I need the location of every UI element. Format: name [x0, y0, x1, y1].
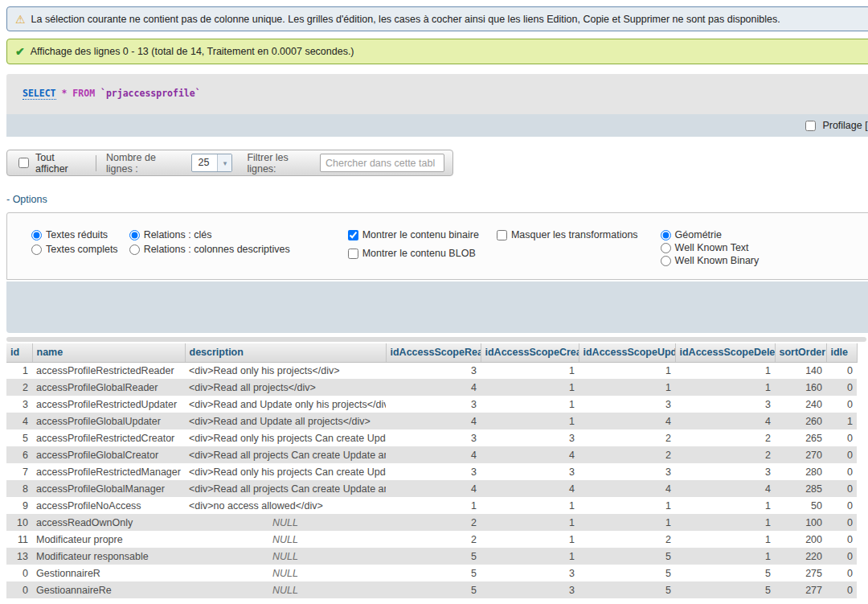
- cell-id: 7: [6, 463, 32, 480]
- show-all-label[interactable]: Tout afficher: [35, 152, 86, 175]
- table-row: 13Modificateur responsableNULL51512200: [6, 548, 857, 565]
- cell-idle: 0: [826, 480, 857, 497]
- table-row: 8accessProfileGlobalManager<div>Read all…: [6, 480, 857, 497]
- cell-name: accessProfileGlobalReader: [32, 379, 185, 396]
- well-known-binary-radio[interactable]: [661, 256, 671, 266]
- check-icon: ✔: [15, 46, 25, 57]
- column-header-idAccessScopeUpdate[interactable]: idAccessScopeUpdate: [579, 343, 675, 362]
- cell-name: accessProfileGlobalUpdater: [32, 413, 185, 429]
- cell-create: 1: [481, 497, 579, 514]
- cell-sortOrder: 160: [775, 379, 826, 396]
- filter-rows-input[interactable]: [320, 154, 444, 172]
- cell-update: 4: [579, 413, 675, 429]
- full-texts-label[interactable]: Textes complets: [46, 244, 118, 255]
- well-known-text-label[interactable]: Well Known Text: [675, 242, 749, 253]
- relational-keys-label[interactable]: Relations : clés: [144, 229, 212, 240]
- cell-sortOrder: 140: [775, 362, 826, 379]
- cell-idle: 0: [826, 497, 857, 514]
- cell-read: 2: [386, 531, 481, 548]
- cell-idle: 0: [826, 581, 857, 598]
- cell-description: <div>Read only his projects Can create U…: [185, 429, 386, 446]
- relational-display-radio[interactable]: [129, 244, 140, 255]
- cell-update: 1: [579, 362, 675, 379]
- cell-create: 1: [481, 531, 579, 548]
- cell-sortOrder: 50: [775, 497, 826, 514]
- relational-keys-radio[interactable]: [129, 230, 140, 240]
- cell-name: accessProfileGlobalCreator: [32, 446, 185, 463]
- show-binary-checkbox[interactable]: [348, 230, 358, 240]
- geometry-label[interactable]: Géométrie: [675, 229, 722, 240]
- profiling-checkbox[interactable]: [805, 121, 816, 131]
- cell-delete: 5: [675, 565, 775, 581]
- sql-star: *: [61, 88, 67, 99]
- cell-read: 4: [386, 413, 481, 429]
- column-header-idAccessScopeCreate[interactable]: idAccessScopeCreate: [481, 343, 579, 362]
- table-row: 11Modificateur propreNULL21212000: [6, 531, 857, 548]
- table-row: 7accessProfileRestrictedManager<div>Read…: [6, 463, 857, 480]
- column-header-idAccessScopeDelete[interactable]: idAccessScopeDelete: [675, 343, 775, 362]
- column-header-idle[interactable]: idle: [826, 343, 857, 362]
- cell-read: 4: [386, 446, 481, 463]
- cell-update: 4: [579, 480, 675, 497]
- options-toggle-link[interactable]: - Options: [6, 194, 47, 205]
- column-header-id[interactable]: id: [6, 343, 32, 362]
- full-texts-radio[interactable]: [31, 244, 42, 255]
- horizontal-scrollbar[interactable]: [6, 337, 866, 342]
- profiling-row: Profilage [ E: [6, 114, 868, 137]
- column-header-idAccessScopeRead[interactable]: idAccessScopeRead: [386, 343, 481, 362]
- cell-idle: 0: [826, 548, 857, 565]
- options-panel: Textes réduits Textes complets Relations…: [6, 212, 868, 280]
- cell-sortOrder: 285: [775, 480, 826, 497]
- table-row: 5accessProfileRestrictedCreator<div>Read…: [6, 429, 857, 446]
- warning-text: La sélection courante ne contient pas de…: [31, 14, 780, 25]
- cell-delete: 2: [675, 429, 775, 446]
- profiling-label[interactable]: Profilage [: [822, 120, 867, 131]
- cell-description: NULL: [185, 531, 386, 548]
- cell-sortOrder: 270: [775, 446, 826, 463]
- cell-id: 11: [6, 531, 32, 548]
- cell-update: 5: [579, 565, 675, 581]
- show-blob-label[interactable]: Montrer le contenu BLOB: [362, 248, 476, 259]
- cell-description: <div>Read all projects Can create Update…: [185, 480, 386, 497]
- cell-create: 4: [481, 446, 579, 463]
- column-header-name[interactable]: name: [32, 343, 185, 362]
- cell-id: 3: [6, 396, 32, 413]
- column-header-description[interactable]: description: [185, 343, 386, 362]
- cell-idle: 0: [826, 565, 857, 581]
- cell-id: 6: [6, 446, 32, 463]
- show-blob-checkbox[interactable]: [348, 249, 358, 259]
- sql-table-name: `prjaccessprofile`: [100, 88, 201, 99]
- cell-id: 1: [6, 362, 32, 379]
- cell-create: 1: [481, 362, 579, 379]
- cell-update: 2: [579, 429, 675, 446]
- sql-query-block: SELECT * FROM `prjaccessprofile` Profila…: [6, 74, 868, 137]
- rows-per-page-select[interactable]: 25 ▾: [191, 154, 233, 172]
- well-known-text-radio[interactable]: [661, 243, 671, 253]
- results-table: idnamedescriptionidAccessScopeReadidAcce…: [6, 343, 858, 598]
- cell-id: 13: [6, 548, 32, 565]
- show-binary-label[interactable]: Montrer le contenu binaire: [362, 229, 479, 240]
- partial-texts-label[interactable]: Textes réduits: [46, 229, 108, 240]
- column-header-sortOrder[interactable]: sortOrder: [775, 343, 826, 362]
- well-known-binary-label[interactable]: Well Known Binary: [675, 255, 760, 266]
- cell-delete: 1: [675, 497, 775, 514]
- cell-delete: 1: [675, 531, 775, 548]
- partial-texts-radio[interactable]: [31, 230, 42, 240]
- chevron-down-icon: ▾: [217, 154, 231, 171]
- cell-sortOrder: 200: [775, 531, 826, 548]
- show-all-checkbox[interactable]: [18, 158, 29, 168]
- geometry-radio[interactable]: [661, 230, 671, 240]
- hide-transformations-label[interactable]: Masquer les transformations: [511, 229, 638, 240]
- table-row: 1accessProfileRestrictedReader<div>Read …: [6, 362, 857, 379]
- relational-display-label[interactable]: Relations : colonnes descriptives: [144, 244, 290, 255]
- table-row: 6accessProfileGlobalCreator<div>Read all…: [6, 446, 857, 463]
- cell-name: GestionnaireR: [32, 565, 185, 581]
- cell-create: 4: [481, 480, 579, 497]
- cell-idle: 0: [826, 446, 857, 463]
- cell-sortOrder: 260: [775, 413, 826, 429]
- cell-description: NULL: [185, 581, 386, 598]
- cell-update: 1: [579, 497, 675, 514]
- hide-transformations-checkbox[interactable]: [497, 230, 507, 240]
- binary-checkbox-group: Montrer le contenu binaire Montrer le co…: [348, 229, 479, 279]
- cell-create: 1: [481, 514, 579, 531]
